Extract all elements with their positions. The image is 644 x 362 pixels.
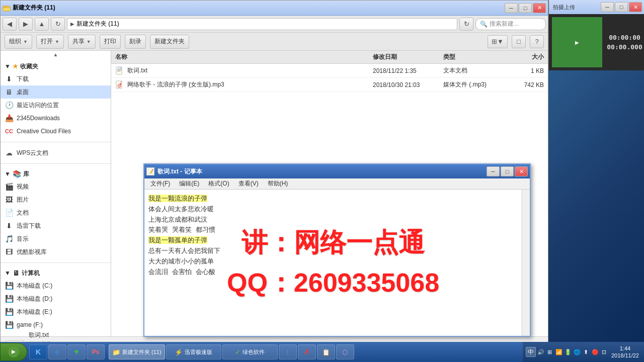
sidebar-item-docs[interactable]: 📄 文档 [1, 206, 111, 219]
share-button[interactable]: 共享 ▼ [68, 35, 96, 49]
close-button[interactable]: ✕ [533, 3, 546, 13]
computer-arrow: ▼ [5, 269, 11, 277]
address-path[interactable]: ▶ 新建文件夹 (11) [67, 18, 457, 30]
taskbar-clipboard[interactable]: 📋 [317, 344, 335, 359]
file-name-txt: 歌词.txt [115, 66, 373, 75]
taskbar-unknown2[interactable]: ⬡ [336, 344, 354, 359]
tray-icon-5[interactable]: 🌐 [573, 348, 581, 356]
tray-icon-7[interactable]: 🔴 [591, 348, 599, 356]
txt-file-icon [115, 66, 124, 75]
sidebar-item-music-label: 音乐 [17, 235, 29, 243]
refresh-address-button[interactable]: ↻ [459, 18, 473, 31]
taskbar-unknown1[interactable]: ▼ [67, 344, 86, 359]
menu-help[interactable]: 帮助(H) [264, 178, 292, 189]
notepad-menu: 文件(F) 编辑(E) 格式(O) 查看(V) 帮助(H) [144, 178, 530, 190]
new-folder-label: 新建文件夹 [154, 37, 185, 46]
taskbar-explorer-item[interactable]: 📁 新建文件夹 (11) [109, 344, 165, 359]
sidebar-item-drive-f[interactable]: 💾 game (F:) [1, 318, 111, 331]
ie-icon: e [55, 348, 59, 356]
sidebar-item-wps[interactable]: ☁ WPS云文档 [1, 146, 111, 159]
sidebar-item-cc[interactable]: CC Creative Cloud Files [1, 125, 111, 138]
kingsoft-icon: K [36, 348, 41, 356]
start-button[interactable] [0, 343, 27, 361]
ime-indicator[interactable]: 中 [526, 347, 536, 357]
taskbar-vpn[interactable]: ↕ [279, 344, 297, 359]
file-row-mp3[interactable]: 网络歌手 - 流浪的子弹 (女生版).mp3 2018/10/30 21:03 … [111, 78, 548, 92]
sidebar-item-music[interactable]: 🎵 音乐 [1, 232, 111, 245]
mp3-file-icon [115, 80, 124, 89]
wps-icon: ☁ [5, 148, 14, 157]
sidebar-item-drive-d[interactable]: 💾 本地磁盘 (D:) [1, 292, 111, 305]
file-row-txt[interactable]: 歌词.txt 2018/11/22 1:35 文本文档 1 KB [111, 64, 548, 78]
right-panel-minimize[interactable]: ─ [601, 2, 614, 12]
notepad-content-area: 我是一颗流浪的子弹 体会人间太多悲欢冷暖 上海北京成都和武汉 笑着哭 哭着笑 都… [144, 190, 530, 336]
taskbar-explorer-icon: 📁 [112, 348, 120, 356]
notepad-minimize[interactable]: ─ [487, 166, 500, 176]
col-name-header[interactable]: 名称 [115, 53, 373, 61]
path-arrow: ▶ [70, 21, 74, 27]
sidebar-item-2345downloads[interactable]: 📥 2345Downloads [1, 112, 111, 125]
forward-button[interactable]: ▶ [19, 18, 33, 31]
sidebar-item-thunder[interactable]: ⬇ 迅雷下载 [1, 219, 111, 232]
library-arrow: ▼ [5, 170, 11, 177]
search-box[interactable]: 🔍 搜索新建... [475, 18, 546, 30]
file-type-mp3: 媒体文件 (.mp3) [443, 80, 504, 89]
right-panel-maximize[interactable]: □ [615, 2, 628, 12]
preview-button[interactable]: □ [512, 35, 526, 48]
music-icon: 🎵 [5, 234, 14, 243]
menu-edit[interactable]: 编辑(E) [175, 178, 203, 189]
sidebar-item-drive-c[interactable]: 💾 本地磁盘 (C:) [1, 279, 111, 292]
library-icon: 📚 [13, 170, 21, 178]
taskbar-green-item[interactable]: ✓ 绿色软件 [222, 344, 278, 359]
sidebar-item-downloads-label: 下载 [17, 75, 29, 83]
sidebar-item-desktop[interactable]: 🖥 桌面 [1, 85, 111, 99]
taskbar-ie[interactable]: e [48, 344, 66, 359]
new-folder-button[interactable]: 新建文件夹 [150, 35, 189, 49]
sidebar-scroll-up[interactable]: ▲ [1, 51, 111, 58]
sidebar-item-pictures[interactable]: 🖼 图片 [1, 193, 111, 206]
taskbar-thunder-item[interactable]: ⚡ 迅雷极速版 [166, 344, 221, 359]
notepad-scrollbar[interactable] [522, 190, 530, 336]
maximize-button[interactable]: □ [519, 3, 532, 13]
taskbar-close-app[interactable]: ✗ [298, 344, 316, 359]
sidebar-item-downloads[interactable]: ⬇ 下载 [1, 72, 111, 85]
recent-icon: 🕐 [5, 101, 14, 110]
taskbar-green-icon: ✓ [235, 348, 240, 356]
tray-icon-4[interactable]: 🔋 [564, 348, 572, 356]
col-date-header[interactable]: 修改日期 [373, 53, 443, 61]
ime-label: 中 [528, 348, 534, 356]
tray-icon-8[interactable]: ⊡ [600, 348, 608, 356]
tray-icon-3[interactable]: 📶 [555, 348, 563, 356]
sidebar-item-youku[interactable]: 🎞 优酷影视库 [1, 245, 111, 258]
refresh-button[interactable]: ↻ [51, 18, 65, 31]
right-panel-close[interactable]: ✕ [629, 2, 642, 12]
favorites-header: ▼ ★ 收藏夹 [1, 60, 111, 72]
back-button[interactable]: ◀ [3, 18, 17, 31]
notepad-text-area[interactable]: 我是一颗流浪的子弹 体会人间太多悲欢冷暖 上海北京成都和武汉 笑着哭 哭着笑 都… [144, 190, 522, 336]
view-options-button[interactable]: ⊞▼ [488, 35, 508, 48]
menu-view[interactable]: 查看(V) [234, 178, 263, 189]
sidebar-item-drive-e[interactable]: 💾 本地磁盘 (E:) [1, 305, 111, 318]
notepad-close[interactable]: ✕ [515, 166, 528, 176]
notepad-maximize[interactable]: □ [501, 166, 514, 176]
col-size-header[interactable]: 大小 [504, 53, 544, 61]
tray-icon-6[interactable]: ⬆ [582, 348, 590, 356]
tray-icon-1[interactable]: 🔊 [537, 348, 545, 356]
minimize-button[interactable]: ─ [505, 3, 518, 13]
sidebar-item-video[interactable]: 🎬 视频 [1, 180, 111, 193]
organize-button[interactable]: 组织 ▼ [5, 35, 32, 49]
open-button[interactable]: 打开 ▼ [36, 35, 64, 49]
menu-format[interactable]: 格式(O) [204, 178, 233, 189]
up-button[interactable]: ▲ [35, 18, 49, 31]
sidebar-item-recent[interactable]: 🕐 最近访问的位置 [1, 99, 111, 112]
taskbar-cc[interactable]: Ps [87, 344, 105, 359]
tray-icon-2[interactable]: ⊞ [546, 348, 554, 356]
status-filename: 歌词.txt [29, 331, 100, 339]
help-button[interactable]: ? [530, 35, 544, 48]
burn-button[interactable]: 刻录 [125, 35, 146, 49]
menu-file[interactable]: 文件(F) [146, 178, 174, 189]
print-button[interactable]: 打印 [100, 35, 121, 49]
taskbar-kingsoft[interactable]: K [29, 344, 47, 359]
col-type-header[interactable]: 类型 [443, 53, 504, 61]
tray-clock[interactable]: 1:44 2018/11/22 [609, 345, 641, 359]
